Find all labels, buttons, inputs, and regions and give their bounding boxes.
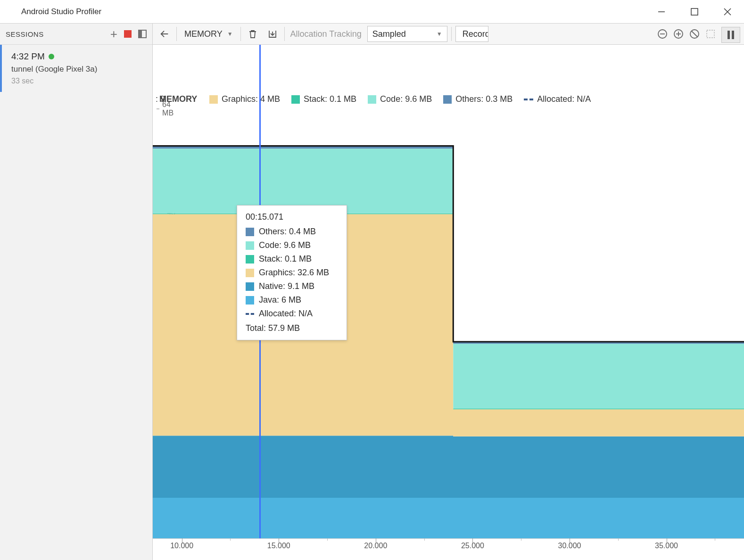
sessions-header: SESSIONS [6, 30, 44, 38]
tooltip-total: Total: 57.9 MB [246, 323, 338, 333]
svg-line-10 [692, 31, 697, 37]
chevron-down-icon: ▼ [437, 31, 442, 37]
minimize-button[interactable] [645, 0, 678, 24]
x-axis: 10.00015.00020.00025.00030.00035.000 [153, 538, 744, 560]
svg-rect-11 [707, 30, 714, 38]
window-title: Android Studio Profiler [21, 7, 101, 16]
session-time: 4:32 PM [11, 51, 45, 62]
delete-button[interactable] [245, 26, 261, 42]
session-live-indicator [49, 54, 54, 59]
collapse-panel-button[interactable] [138, 30, 147, 38]
allocation-tracking-value: Sampled [372, 29, 406, 39]
zoom-reset-button[interactable] [687, 27, 702, 41]
session-duration: 33 sec [11, 77, 147, 85]
svg-rect-1 [691, 8, 698, 15]
session-item[interactable]: 4:32 PM tunnel (Google Pixel 3a) 33 sec [0, 45, 152, 92]
close-button[interactable] [711, 0, 744, 24]
pause-button[interactable] [721, 27, 740, 43]
maximize-button[interactable] [678, 0, 711, 24]
zoom-out-button[interactable] [655, 27, 670, 41]
titlebar: Android Studio Profiler [0, 0, 744, 24]
allocation-tracking-label: Allocation Tracking [289, 29, 364, 39]
record-button[interactable]: Record [455, 26, 488, 42]
sessions-sidebar: SESSIONS + 4:32 PM tunnel (Google Pixel … [0, 24, 153, 560]
chart-tooltip: 00:15.071 Others: 0.4 MB Code: 9.6 MB St… [237, 205, 347, 340]
add-session-button[interactable]: + [110, 28, 117, 40]
chevron-down-icon: ▼ [227, 31, 233, 37]
profiler-toolbar: MEMORY ▼ Allocation Tracking Sampled ▼ R… [153, 24, 744, 45]
memory-chart[interactable]: : 9 MEMORY Graphics: 4 MB Stack: 0.1 MB … [153, 45, 744, 560]
profiler-select-value: MEMORY [184, 29, 223, 39]
allocation-tracking-select[interactable]: Sampled ▼ [367, 26, 447, 42]
profiler-select[interactable]: MEMORY ▼ [181, 29, 237, 39]
zoom-in-button[interactable] [671, 27, 686, 41]
tooltip-time: 00:15.071 [246, 212, 338, 222]
stop-session-button[interactable] [124, 30, 132, 38]
session-name: tunnel (Google Pixel 3a) [11, 65, 147, 74]
zoom-selection-button [703, 27, 718, 41]
import-button[interactable] [265, 26, 281, 42]
back-button[interactable] [157, 26, 173, 42]
